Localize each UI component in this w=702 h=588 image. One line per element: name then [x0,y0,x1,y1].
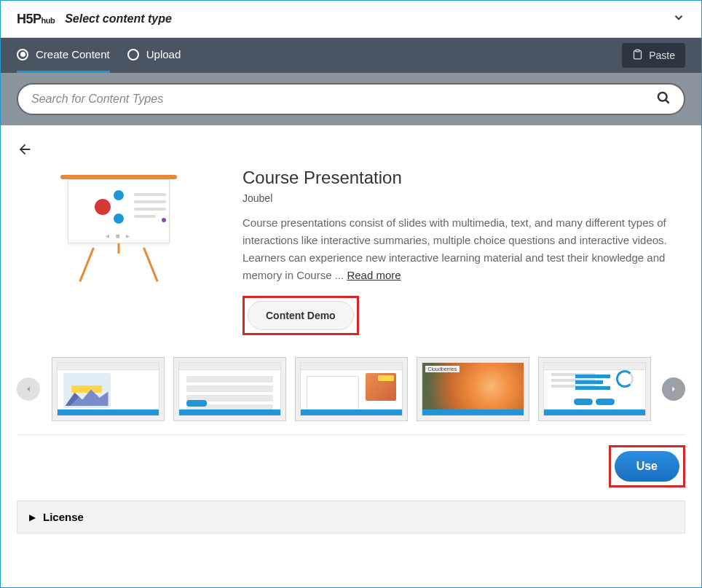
content-demo-button[interactable]: Content Demo [248,301,354,330]
detail-info: Course Presentation Joubel Course presen… [242,168,685,335]
demo-highlight: Content Demo [242,296,359,335]
screenshot-thumb[interactable]: Cloudberries [417,357,529,421]
screenshot-thumb[interactable] [52,357,165,421]
content-type-icon: ◂ ■ ▸ [17,168,221,335]
use-button[interactable]: Use [615,451,679,482]
content-description: Course presentations consist of slides w… [242,214,685,284]
tab-label: Upload [146,48,181,60]
thumbnails: Cloudberries [49,357,653,421]
radio-selected-icon [17,49,28,60]
h5p-logo: H5Phub [17,12,55,27]
screenshot-thumb[interactable] [173,357,286,421]
content-title: Course Presentation [242,168,685,188]
header-bar[interactable]: H5Phub Select content type [1,1,701,38]
screenshots-row: Cloudberries [17,357,685,435]
svg-rect-0 [636,50,639,52]
content-author: Joubel [242,192,685,204]
chevron-down-icon[interactable] [672,11,685,27]
svg-point-1 [658,93,667,101]
svg-line-2 [666,100,669,103]
use-highlight: Use [609,445,685,487]
screenshot-thumb[interactable] [538,357,651,421]
paste-button[interactable]: Paste [622,43,685,68]
header-title: Select content type [65,12,172,26]
read-more-link[interactable]: Read more [347,269,401,281]
header-left: H5Phub Select content type [17,12,172,27]
tabs: Create Content Upload [17,38,181,73]
tabs-bar: Create Content Upload Paste [1,38,701,73]
carousel-next-icon[interactable] [662,377,685,401]
search-field[interactable] [17,83,685,115]
use-row: Use [17,445,685,487]
detail-row: ◂ ■ ▸ Course Presentation Joubel Course … [17,168,685,335]
screenshot-thumb[interactable] [295,357,408,421]
carousel-prev-icon[interactable] [17,377,40,401]
search-icon[interactable] [656,90,671,108]
back-arrow-icon[interactable] [17,141,33,162]
license-label: License [43,511,84,523]
tab-label: Create Content [36,48,110,60]
radio-icon [127,49,139,60]
presentation-icon: ◂ ■ ▸ [53,175,184,284]
tab-create-content[interactable]: Create Content [17,38,110,73]
search-input[interactable] [31,93,656,106]
triangle-right-icon: ▶ [29,512,36,522]
paste-label: Paste [649,50,675,61]
clipboard-icon [632,49,643,62]
search-section [1,73,701,125]
content-area: ◂ ■ ▸ Course Presentation Joubel Course … [1,125,701,549]
tab-upload[interactable]: Upload [127,38,181,73]
license-accordion[interactable]: ▶ License [17,501,685,533]
